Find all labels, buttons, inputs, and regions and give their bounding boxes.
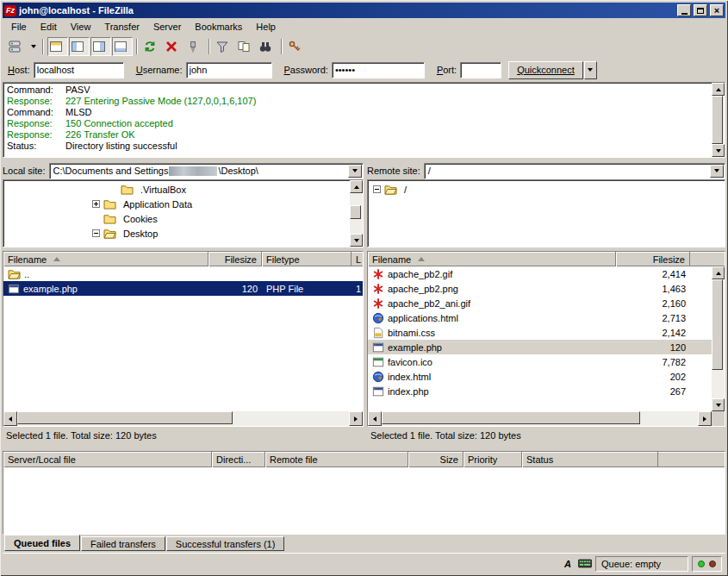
scroll-up-button[interactable] bbox=[712, 266, 725, 279]
menu-bookmarks[interactable]: Bookmarks bbox=[188, 19, 249, 34]
scroll-up-button[interactable] bbox=[712, 83, 725, 96]
file-row[interactable]: apache_pb2.png 1,463 bbox=[368, 281, 712, 296]
scroll-down-button[interactable] bbox=[712, 398, 725, 411]
scroll-thumb[interactable] bbox=[382, 411, 640, 424]
column-header-filesize[interactable]: Filesize bbox=[616, 252, 690, 266]
scroll-track[interactable] bbox=[712, 96, 725, 144]
scroll-left-button[interactable] bbox=[3, 411, 17, 426]
remote-list-scrollbar[interactable] bbox=[712, 266, 725, 411]
local-path-combobox[interactable]: C:\Documents and Settings\Desktop\ bbox=[49, 163, 364, 179]
scroll-track[interactable] bbox=[382, 411, 698, 426]
column-header-filename[interactable]: Filename bbox=[3, 252, 208, 266]
column-header-filename[interactable]: Filename bbox=[368, 252, 616, 266]
file-row[interactable]: bitnami.css 2,142 bbox=[368, 325, 712, 340]
file-row[interactable]: index.php 267 bbox=[368, 384, 712, 398]
filter-button[interactable] bbox=[214, 37, 234, 56]
scroll-left-button[interactable] bbox=[368, 411, 382, 426]
file-row[interactable]: apache_pb2_ani.gif 2,160 bbox=[368, 296, 712, 310]
toggle-queue-button[interactable] bbox=[112, 37, 133, 56]
toggle-message-log-button[interactable] bbox=[47, 37, 68, 56]
tab-queued-files[interactable]: Queued files bbox=[4, 535, 80, 551]
scroll-track[interactable] bbox=[712, 279, 725, 398]
tab-successful-transfers[interactable]: Successful transfers (1) bbox=[166, 536, 285, 551]
scroll-thumb[interactable] bbox=[350, 205, 361, 219]
column-header-priority[interactable]: Priority bbox=[464, 452, 522, 467]
menu-edit[interactable]: Edit bbox=[34, 19, 64, 34]
column-header-lastmodified[interactable]: L bbox=[352, 252, 363, 266]
close-button[interactable]: × bbox=[710, 4, 724, 16]
expand-plus-icon[interactable] bbox=[92, 200, 100, 208]
menu-transfer[interactable]: Transfer bbox=[97, 19, 146, 34]
collapse-minus-icon[interactable] bbox=[92, 229, 100, 237]
password-input[interactable] bbox=[332, 62, 425, 78]
file-row-example-php-selected[interactable]: example.php 120 bbox=[368, 340, 712, 354]
menu-help[interactable]: Help bbox=[249, 19, 283, 34]
file-row[interactable]: favicon.ico 7,782 bbox=[368, 354, 712, 369]
remote-path-combobox[interactable]: / bbox=[424, 163, 725, 179]
column-header-size[interactable]: Size bbox=[408, 452, 464, 467]
column-header-server-local-file[interactable]: Server/Local file bbox=[3, 452, 212, 467]
menu-server[interactable]: Server bbox=[146, 19, 188, 34]
tree-item-application-data[interactable]: Application Data bbox=[92, 197, 350, 211]
scroll-thumb[interactable] bbox=[712, 279, 723, 370]
site-manager-dropdown-button[interactable] bbox=[28, 37, 39, 56]
minimize-button[interactable] bbox=[677, 4, 691, 16]
cancel-transfer-button[interactable] bbox=[163, 37, 184, 56]
local-list-hscrollbar[interactable] bbox=[3, 411, 363, 426]
menu-view[interactable]: View bbox=[64, 19, 98, 34]
remote-list-hscrollbar[interactable] bbox=[368, 411, 712, 426]
scroll-up-button[interactable] bbox=[350, 180, 363, 193]
scroll-thumb[interactable] bbox=[17, 411, 233, 424]
scroll-down-button[interactable] bbox=[712, 144, 725, 157]
collapse-minus-icon[interactable] bbox=[373, 185, 381, 193]
toggle-remote-tree-button[interactable] bbox=[90, 37, 111, 56]
remote-path-dropdown-button[interactable] bbox=[710, 165, 724, 178]
local-tree-scrollbar[interactable] bbox=[350, 180, 363, 247]
tree-item-cookies[interactable]: Cookies bbox=[103, 211, 350, 226]
file-row[interactable]: index.html 202 bbox=[368, 369, 712, 384]
tree-item-virtualbox[interactable]: .VirtualBox bbox=[121, 182, 350, 197]
scroll-right-button[interactable] bbox=[698, 411, 712, 426]
log-scrollbar[interactable] bbox=[712, 83, 725, 157]
scroll-down-button[interactable] bbox=[350, 234, 363, 247]
maximize-button[interactable] bbox=[694, 4, 707, 16]
scroll-thumb[interactable] bbox=[712, 96, 723, 144]
scroll-track[interactable] bbox=[17, 411, 349, 426]
menu-file[interactable]: File bbox=[4, 19, 34, 34]
refresh-button[interactable] bbox=[141, 37, 162, 56]
column-label: Status bbox=[526, 454, 553, 465]
quickconnect-dropdown-button[interactable] bbox=[584, 61, 597, 79]
tab-failed-transfers[interactable]: Failed transfers bbox=[81, 536, 165, 551]
local-path-dropdown-button[interactable] bbox=[348, 165, 362, 178]
keyboard-icon[interactable] bbox=[578, 559, 592, 568]
file-row[interactable]: apache_pb2.gif 2,414 bbox=[368, 266, 712, 281]
tree-item-desktop[interactable]: Desktop bbox=[92, 226, 350, 241]
column-header-filesize[interactable]: Filesize bbox=[208, 252, 262, 266]
username-input[interactable] bbox=[186, 62, 272, 78]
transfer-type-icon[interactable]: A bbox=[561, 559, 575, 569]
toolbar-separator bbox=[208, 39, 210, 54]
column-header-status[interactable]: Status bbox=[522, 452, 658, 467]
find-files-button[interactable] bbox=[257, 37, 277, 56]
file-row-example-php-selected[interactable]: example.php 120 PHP File 1 bbox=[3, 281, 363, 296]
quickconnect-button[interactable]: Quickconnect bbox=[508, 61, 583, 79]
file-row-parent-dir[interactable]: .. bbox=[3, 266, 363, 281]
column-header-remote-file[interactable]: Remote file bbox=[265, 452, 408, 467]
scroll-right-button[interactable] bbox=[349, 411, 363, 426]
column-header-filetype[interactable]: Filetype bbox=[262, 252, 352, 266]
toggle-local-tree-button[interactable] bbox=[69, 37, 90, 56]
disconnect-button[interactable] bbox=[184, 37, 205, 56]
remote-site-row: Remote site: / bbox=[367, 162, 725, 179]
port-input[interactable] bbox=[460, 62, 501, 78]
column-header-direction[interactable]: Directi... bbox=[212, 452, 265, 467]
username-label: Username: bbox=[136, 65, 183, 75]
titlebar[interactable]: Fz john@localhost - FileZilla × bbox=[3, 3, 725, 18]
site-keys-button[interactable] bbox=[286, 37, 307, 56]
host-input[interactable] bbox=[34, 62, 124, 78]
site-manager-button[interactable] bbox=[6, 37, 27, 56]
tree-item-root[interactable]: / bbox=[373, 182, 725, 197]
scroll-track[interactable] bbox=[350, 193, 363, 234]
file-row[interactable]: applications.html 2,713 bbox=[368, 310, 712, 325]
compare-directories-button[interactable] bbox=[235, 37, 256, 56]
horizontal-splitter[interactable] bbox=[3, 444, 725, 451]
